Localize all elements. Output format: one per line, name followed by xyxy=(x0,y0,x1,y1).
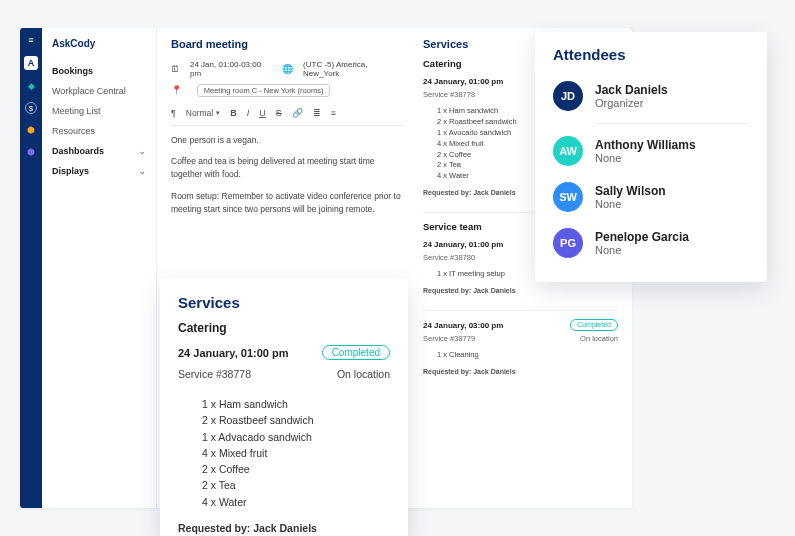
popover-item: 1 x Ham sandwich xyxy=(202,396,390,412)
attendee-name: Anthony Williams xyxy=(595,138,696,152)
nav-rail: ≡ A ◆ $ ⬢ ⬢ xyxy=(20,28,42,508)
note-line: Room setup: Remember to activate video c… xyxy=(171,190,403,216)
module-icon-3[interactable]: ⬢ xyxy=(25,124,37,136)
attendee-name: Penelope Garcia xyxy=(595,230,689,244)
service-requested-by: Requested by: Jack Daniels xyxy=(423,287,618,294)
popover-location: On location xyxy=(337,368,390,380)
bold-button[interactable]: B xyxy=(230,108,237,118)
attendee-role: None xyxy=(595,152,696,164)
editor-toolbar: ¶ Normal▾ B I U S 🔗 ≣ ≡ xyxy=(171,103,403,126)
sidebar-item-resources[interactable]: Resources xyxy=(52,121,146,141)
sidebar-label: Bookings xyxy=(52,66,93,76)
link-button[interactable]: 🔗 xyxy=(292,108,303,118)
popover-item: 4 x Water xyxy=(202,494,390,510)
status-badge: Completed xyxy=(322,345,390,360)
underline-button[interactable]: U xyxy=(259,108,266,118)
service-items: 1 x Cleaning xyxy=(423,346,618,365)
app-name: AskCody xyxy=(52,38,146,49)
sidebar-label: Displays xyxy=(52,166,89,176)
chevron-down-icon: ⌄ xyxy=(139,147,146,156)
attendee-role: Organizer xyxy=(595,97,668,109)
popover-requested-by: Requested by: Jack Daniels xyxy=(178,522,390,534)
attendee-row[interactable]: PG Penelope Garcia None xyxy=(553,220,749,266)
attendees-title: Attendees xyxy=(553,46,749,63)
ordered-list-button[interactable]: ≣ xyxy=(313,108,321,118)
popover-when: 24 January, 01:00 pm xyxy=(178,347,288,359)
service-id: Service #38779 xyxy=(423,334,475,343)
divider xyxy=(595,123,749,124)
app-logo[interactable]: A xyxy=(24,56,38,70)
calendar-icon: 🗓 xyxy=(171,64,180,74)
popover-title: Services xyxy=(178,294,390,311)
note-line: One person is a vegan. xyxy=(171,134,403,147)
sidebar-item-meeting-list[interactable]: Meeting List xyxy=(52,101,146,121)
page-title: Board meeting xyxy=(171,38,403,50)
sidebar-label: Workplace Central xyxy=(52,86,126,96)
avatar: PG xyxy=(553,228,583,258)
unordered-list-button[interactable]: ≡ xyxy=(331,108,336,118)
service-requested-by: Requested by: Jack Daniels xyxy=(423,368,618,375)
meeting-timezone: (UTC -5) America, New_York xyxy=(303,60,403,78)
services-popover: Services Catering 24 January, 01:00 pmCo… xyxy=(160,278,408,536)
popover-item: 2 x Tea xyxy=(202,477,390,493)
room-pill[interactable]: Meeting room C - New York (rooms) xyxy=(197,84,331,97)
pilcrow-icon[interactable]: ¶ xyxy=(171,108,176,118)
popover-item: 4 x Mixed fruit xyxy=(202,445,390,461)
meeting-datetime: 24 Jan, 01:00-03:00 pm xyxy=(190,60,272,78)
service-when: 24 January, 01:00 pm xyxy=(423,240,503,249)
avatar: SW xyxy=(553,182,583,212)
strike-button[interactable]: S xyxy=(276,108,282,118)
service-when: 24 January, 01:00 pm xyxy=(423,77,503,86)
attendee-role: None xyxy=(595,244,689,256)
sidebar-label: Resources xyxy=(52,126,95,136)
popover-category: Catering xyxy=(178,321,390,335)
popover-service-id: Service #38778 xyxy=(178,368,251,380)
note-line: Coffee and tea is being delivered at mee… xyxy=(171,155,403,181)
sidebar-label: Meeting List xyxy=(52,106,101,116)
meeting-notes[interactable]: One person is a vegan. Coffee and tea is… xyxy=(171,134,403,216)
service-location: On location xyxy=(580,334,618,343)
sidebar: AskCody Bookings Workplace Central Meeti… xyxy=(42,28,157,508)
sidebar-item-dashboards[interactable]: Dashboards⌄ xyxy=(52,141,146,161)
service-id: Service #38778 xyxy=(423,90,475,99)
attendee-row[interactable]: JD Jack Daniels Organizer xyxy=(553,73,749,119)
chevron-down-icon: ⌄ xyxy=(139,167,146,176)
popover-item: 2 x Roastbeef sandwich xyxy=(202,412,390,428)
attendee-role: None xyxy=(595,198,666,210)
sidebar-item-displays[interactable]: Displays⌄ xyxy=(52,161,146,181)
module-icon-4[interactable]: ⬢ xyxy=(25,146,37,158)
chevron-down-icon: ▾ xyxy=(216,109,220,117)
sidebar-label: Dashboards xyxy=(52,146,104,156)
attendee-name: Jack Daniels xyxy=(595,83,668,97)
globe-icon: 🌐 xyxy=(282,64,293,74)
service-entry: 24 January, 03:00 pmCompleted Service #3… xyxy=(423,319,618,391)
sidebar-item-bookings[interactable]: Bookings xyxy=(52,61,146,81)
sidebar-item-workplace-central[interactable]: Workplace Central xyxy=(52,81,146,101)
service-when: 24 January, 03:00 pm xyxy=(423,321,503,330)
popover-item: 2 x Coffee xyxy=(202,461,390,477)
avatar: AW xyxy=(553,136,583,166)
module-icon-2[interactable]: $ xyxy=(25,102,37,114)
room-row: 📍 Meeting room C - New York (rooms) xyxy=(171,84,403,97)
service-id: Service #38780 xyxy=(423,253,475,262)
style-dropdown[interactable]: Normal▾ xyxy=(186,108,220,118)
popover-item: 1 x Advacado sandwich xyxy=(202,429,390,445)
style-label: Normal xyxy=(186,108,213,118)
location-icon: 📍 xyxy=(171,85,182,95)
avatar: JD xyxy=(553,81,583,111)
attendees-popover: Attendees JD Jack Daniels Organizer AW A… xyxy=(535,32,767,282)
attendee-name: Sally Wilson xyxy=(595,184,666,198)
popover-items: 1 x Ham sandwich 2 x Roastbeef sandwich … xyxy=(178,388,390,518)
meta-row: 🗓 24 Jan, 01:00-03:00 pm 🌐 (UTC -5) Amer… xyxy=(171,60,403,78)
italic-button[interactable]: I xyxy=(247,108,250,118)
attendee-row[interactable]: AW Anthony Williams None xyxy=(553,128,749,174)
module-icon-1[interactable]: ◆ xyxy=(25,80,37,92)
attendee-row[interactable]: SW Sally Wilson None xyxy=(553,174,749,220)
service-item: 1 x Cleaning xyxy=(437,350,618,361)
status-badge: Completed xyxy=(570,319,618,331)
menu-icon[interactable]: ≡ xyxy=(25,34,37,46)
